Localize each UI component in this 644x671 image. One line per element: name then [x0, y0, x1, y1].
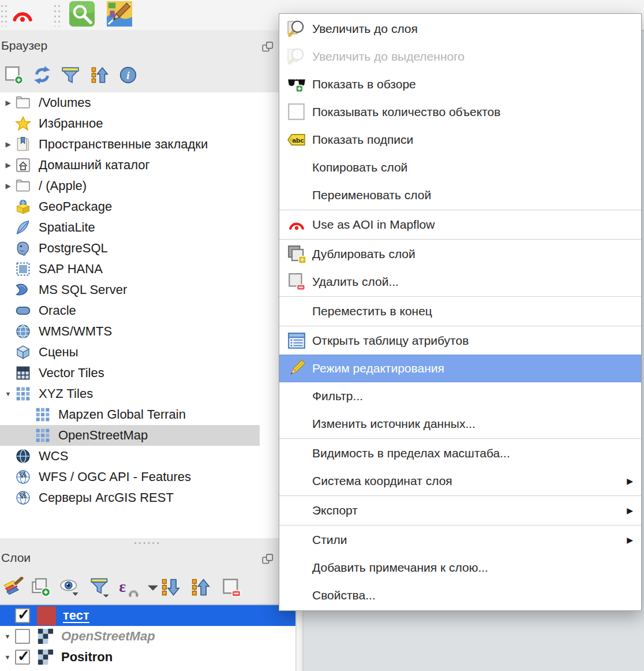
properties-info-button[interactable]: i	[118, 65, 138, 85]
expand-right-icon[interactable]: ▶	[0, 161, 15, 169]
menu-item-видимость-в-пределах-масштаба-[interactable]: Видимость в пределах масштаба...	[279, 439, 641, 467]
browser-item-избранное[interactable]: Избранное	[0, 113, 295, 134]
browser-item-vector-tiles[interactable]: Vector Tiles	[0, 363, 295, 383]
mapflow-processing-button[interactable]	[106, 1, 133, 27]
svg-text:ε: ε	[119, 577, 126, 595]
browser-item-wms-wmts[interactable]: WMS/WMTS	[0, 321, 295, 342]
browser-item-label: OpenStreetMap	[58, 428, 148, 443]
globe-wcs-icon	[15, 448, 31, 464]
add-group-button[interactable]	[30, 576, 52, 598]
layer-row-positron[interactable]: ▼✓Positron	[0, 647, 295, 668]
menu-item-показать-подписи[interactable]: abcПоказать подписи	[279, 126, 641, 154]
expand-right-icon[interactable]: ▶	[0, 182, 15, 190]
browser-item-сцены[interactable]: Сцены	[0, 342, 295, 363]
browser-item-postgresql[interactable]: PostgreSQL	[0, 238, 295, 259]
menu-item-показывать-количество-объектов[interactable]: Показывать количество объектов	[279, 98, 641, 126]
browser-item-mapzen-global-terrain[interactable]: Mapzen Global Terrain	[0, 404, 295, 425]
expand-right-icon[interactable]: ▶	[0, 99, 15, 107]
browser-item-label: MS SQL Server	[39, 282, 127, 297]
menu-item-режим-редактирования[interactable]: Режим редактирования	[279, 355, 641, 382]
menu-item-свойства-[interactable]: Свойства...	[279, 581, 641, 609]
open-style-manager-button[interactable]	[2, 576, 24, 598]
layer-visibility-checkbox[interactable]: ✓	[15, 608, 30, 623]
browser-item-label: Oracle	[39, 303, 76, 318]
star-icon	[15, 115, 31, 132]
expand-right-icon[interactable]: ▶	[0, 140, 15, 148]
raster-layer-icon	[37, 628, 54, 645]
submenu-arrow-icon: ▶	[616, 535, 641, 545]
menu-item-экспорт[interactable]: Экспорт▶	[279, 497, 641, 524]
menu-item-label: Режим редактирования	[312, 361, 616, 375]
remove-layer-button[interactable]	[220, 576, 242, 598]
collapse-all-layers-button[interactable]	[189, 576, 211, 598]
browser-item-label: SAP HANA	[39, 262, 103, 277]
filter-legend-button[interactable]	[89, 576, 111, 598]
menu-item-фильтр-[interactable]: Фильтр...	[279, 382, 641, 410]
menu-item-копировать-слой[interactable]: Копировать слой	[279, 154, 641, 181]
menu-item-label: Открыть таблицу атрибутов	[312, 334, 616, 348]
layer-visibility-checkbox[interactable]: ✓	[15, 650, 30, 665]
panel-splitter-handle[interactable]: ••••••	[0, 540, 295, 547]
browser-item-openstreetmap[interactable]: OpenStreetMap	[0, 425, 295, 446]
browser-item-пространственные-закладки[interactable]: ▶Пространственные закладки	[0, 134, 295, 155]
menu-item-стили[interactable]: Стили▶	[279, 526, 641, 554]
browser-item-wfs-ogc-api-features[interactable]: WFS / OGC API - Features	[0, 467, 295, 487]
browser-item-ms-sql-server[interactable]: MS SQL Server	[0, 279, 295, 300]
layer-label: OpenStreetMap	[61, 629, 155, 644]
layer-row-openstreetmap[interactable]: ▼OpenStreetMap	[0, 626, 295, 647]
browser-item--apple-[interactable]: ▶/ (Apple)	[0, 176, 295, 196]
eye-dropdown-icon	[59, 577, 80, 598]
browser-item-oracle[interactable]: Oracle	[0, 300, 295, 321]
browser-item-geopackage[interactable]: GeoPackage	[0, 196, 295, 217]
refresh-button[interactable]	[32, 65, 53, 85]
browser-float-panel-button[interactable]	[261, 40, 276, 55]
mapflow-plugin-button[interactable]	[9, 2, 36, 28]
abc-tag-icon: abc	[287, 130, 306, 150]
layers-float-panel-button[interactable]	[261, 552, 276, 567]
browser-item-серверы-arcgis-rest[interactable]: Серверы ArcGIS REST	[0, 487, 295, 508]
menu-item-система-координат-слоя[interactable]: Система координат слоя▶	[279, 467, 641, 495]
collapse-all-button[interactable]	[89, 65, 110, 85]
menu-item-label: Экспорт	[312, 504, 616, 517]
zoom-to-layer-icon	[287, 19, 306, 39]
menu-item-переместить-в-конец[interactable]: Переместить в конец	[279, 297, 641, 325]
menu-item-открыть-таблицу-атрибутов[interactable]: Открыть таблицу атрибутов	[279, 327, 641, 355]
browser-item-wcs[interactable]: WCS	[0, 446, 295, 467]
layer-visibility-checkbox[interactable]	[15, 629, 30, 644]
browser-item-label: Сцены	[39, 345, 78, 360]
mapflow-search-button[interactable]	[69, 1, 95, 27]
menu-item-переименовать-слой[interactable]: Переименовать слой	[279, 181, 641, 209]
menu-item-label: Копировать слой	[312, 161, 616, 174]
layer-color-swatch[interactable]	[37, 606, 56, 625]
browser-item--volumes[interactable]: ▶/Volumes	[0, 92, 295, 113]
layers-toolbar: ε	[0, 575, 295, 599]
browser-item-label: WCS	[39, 449, 68, 464]
menu-item-дублировать-слой[interactable]: ✳Дублировать слой	[279, 240, 641, 268]
browser-item-домашний-каталог[interactable]: ▶Домашний каталог	[0, 155, 295, 176]
menu-icon-spacer	[287, 386, 306, 406]
expand-down-icon[interactable]: ▼	[0, 654, 15, 661]
filter-browser-button[interactable]	[60, 65, 81, 85]
filter-expression-button[interactable]: ε	[118, 576, 140, 598]
menu-item-увеличить-до-слоя[interactable]: Увеличить до слоя	[279, 15, 641, 43]
menu-item-label: Фильтр...	[312, 389, 616, 403]
menu-item-use-as-aoi-in-mapflow[interactable]: Use as AOI in Mapflow	[279, 211, 641, 238]
expand-down-icon[interactable]: ▼	[0, 390, 15, 397]
menu-item-label: Переименовать слой	[312, 188, 616, 202]
add-layer-button[interactable]	[3, 65, 24, 85]
toolbar-drag-handle[interactable]	[0, 3, 7, 27]
browser-item-spatialite[interactable]: SpatiaLite	[0, 217, 295, 238]
layer-row-тест[interactable]: ✓тест	[0, 605, 295, 626]
expand-all-layers-button[interactable]	[159, 576, 181, 598]
expand-down-icon[interactable]: ▼	[0, 633, 15, 640]
browser-item-xyz-tiles[interactable]: ▼XYZ Tiles	[0, 383, 295, 404]
manage-visibility-button[interactable]	[59, 576, 81, 598]
menu-item-изменить-источник-данных-[interactable]: Изменить источник данных...	[279, 410, 641, 438]
info-circle-icon: i	[118, 65, 138, 85]
browser-item-sap-hana[interactable]: SAP HANA	[0, 259, 295, 279]
menu-item-добавить-примечания-к-слою-[interactable]: Добавить примечания к слою...	[279, 554, 641, 581]
toolbar-drag-handle[interactable]	[53, 3, 60, 27]
menu-item-удалить-слой-[interactable]: Удалить слой...	[279, 268, 641, 296]
menu-item-показать-в-обзоре[interactable]: Показать в обзоре	[279, 70, 641, 98]
menu-icon-spacer	[287, 501, 306, 520]
